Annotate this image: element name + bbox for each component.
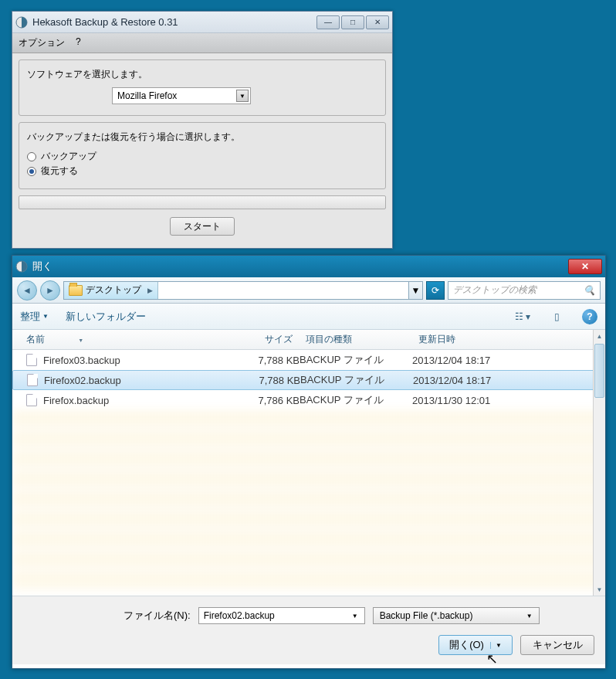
address-dropdown[interactable]: ▼ xyxy=(408,282,422,299)
folder-icon xyxy=(69,285,83,296)
close-button[interactable]: ✕ xyxy=(568,259,602,274)
software-select[interactable]: Mozilla Firefox ▼ xyxy=(112,87,251,104)
operation-fieldset: バックアップまたは復元を行う場合に選択します。 バックアップ 復元する xyxy=(19,122,386,189)
menu-bar: オプション ? xyxy=(12,33,392,53)
back-button[interactable]: ◄ xyxy=(17,280,37,300)
file-icon xyxy=(26,394,37,406)
preview-pane-button[interactable]: ▯ xyxy=(548,309,565,324)
dialog-title-bar[interactable]: 開く ✕ xyxy=(12,256,605,277)
chevron-right-icon: ▶ xyxy=(147,287,153,294)
dialog-bottom: ファイル名(N): Firefox02.backup ▼ Backup File… xyxy=(12,596,605,664)
scroll-up-icon[interactable]: ▲ xyxy=(594,330,605,342)
list-body: Firefox03.backup 7,788 KB BACKUP ファイル 20… xyxy=(12,350,605,596)
dialog-title: 開く xyxy=(32,260,568,273)
app-icon xyxy=(15,260,28,273)
file-row[interactable]: Firefox03.backup 7,788 KB BACKUP ファイル 20… xyxy=(12,350,605,370)
list-header: 名前 ▼ サイズ 項目の種類 更新日時 xyxy=(12,330,605,350)
file-list: 名前 ▼ サイズ 項目の種類 更新日時 Firefox03.backup 7,7… xyxy=(12,330,605,596)
file-icon xyxy=(26,354,37,366)
radio-icon xyxy=(27,152,36,161)
filename-label: ファイル名(N): xyxy=(124,609,191,623)
cursor-icon: ↖ xyxy=(486,650,498,667)
file-row[interactable]: Firefox02.backup 7,788 KB BACKUP ファイル 20… xyxy=(12,370,605,390)
radio-icon xyxy=(27,167,36,176)
title-bar[interactable]: Hekasoft Backup & Restore 0.31 — □ ✕ xyxy=(12,12,392,33)
redacted-rows xyxy=(12,410,605,592)
radio-backup[interactable]: バックアップ xyxy=(27,150,377,163)
menu-options[interactable]: オプション xyxy=(19,36,65,49)
software-selected: Mozilla Firefox xyxy=(117,90,177,101)
column-name[interactable]: 名前 ▼ xyxy=(12,333,219,346)
search-icon: 🔍 xyxy=(584,285,595,296)
nav-bar: ◄ ► デスクトップ ▶ ▼ ⟳ デスクトップの検索 🔍 xyxy=(12,277,605,304)
open-button[interactable]: 開く(O) ▼ xyxy=(438,635,513,655)
organize-menu[interactable]: 整理 ▼ xyxy=(20,310,49,324)
address-bar[interactable]: デスクトップ ▶ ▼ xyxy=(63,281,423,300)
start-button[interactable]: スタート xyxy=(170,217,235,236)
software-fieldset: ソフトウェアを選択します。 Mozilla Firefox ▼ xyxy=(19,59,386,116)
radio-restore[interactable]: 復元する xyxy=(27,165,377,178)
chevron-down-icon: ▼ xyxy=(349,609,361,622)
chevron-down-icon: ▼ xyxy=(236,90,249,102)
column-type[interactable]: 項目の種類 xyxy=(300,333,412,346)
operation-label: バックアップまたは復元を行う場合に選択します。 xyxy=(27,131,377,144)
new-folder-button[interactable]: 新しいフォルダー xyxy=(66,310,146,324)
chevron-down-icon: ▼ xyxy=(523,609,536,622)
help-button[interactable]: ? xyxy=(582,309,597,324)
chevron-down-icon: ▼ xyxy=(490,642,502,649)
column-size[interactable]: サイズ xyxy=(219,333,300,346)
file-row[interactable]: Firefox.backup 7,786 KB BACKUP ファイル 2013… xyxy=(12,390,605,410)
search-input[interactable]: デスクトップの検索 🔍 xyxy=(448,281,601,300)
forward-button[interactable]: ► xyxy=(40,280,60,300)
sort-down-icon: ▼ xyxy=(78,338,83,343)
file-icon xyxy=(27,374,38,386)
toolbar: 整理 ▼ 新しいフォルダー ☷ ▾ ▯ ? xyxy=(12,304,605,330)
menu-help[interactable]: ? xyxy=(76,36,81,49)
progress-bar xyxy=(19,195,386,209)
scroll-down-icon[interactable]: ▼ xyxy=(594,583,605,596)
hekasoft-window: Hekasoft Backup & Restore 0.31 — □ ✕ オプシ… xyxy=(12,11,393,249)
cancel-button[interactable]: キャンセル xyxy=(520,635,594,655)
minimize-button[interactable]: — xyxy=(316,15,340,29)
chevron-down-icon: ▼ xyxy=(42,313,49,320)
software-label: ソフトウェアを選択します。 xyxy=(27,68,377,81)
scroll-thumb[interactable] xyxy=(594,344,604,398)
column-date[interactable]: 更新日時 xyxy=(412,333,551,346)
view-options-button[interactable]: ☷ ▾ xyxy=(514,309,531,324)
maximize-button[interactable]: □ xyxy=(341,15,364,29)
file-open-dialog: 開く ✕ ◄ ► デスクトップ ▶ ▼ ⟳ デスクトップの検索 🔍 整理 ▼ 新… xyxy=(12,255,606,669)
close-button[interactable]: ✕ xyxy=(366,15,389,29)
filter-select[interactable]: Backup File (*.backup) ▼ xyxy=(373,607,540,624)
refresh-button[interactable]: ⟳ xyxy=(426,281,445,300)
window-body: ソフトウェアを選択します。 Mozilla Firefox ▼ バックアップまた… xyxy=(12,53,392,248)
scrollbar[interactable]: ▲ ▼ xyxy=(593,330,605,596)
app-icon xyxy=(15,16,28,29)
path-segment[interactable]: デスクトップ ▶ xyxy=(64,282,158,299)
window-title: Hekasoft Backup & Restore 0.31 xyxy=(32,16,315,28)
filename-input[interactable]: Firefox02.backup ▼ xyxy=(198,607,365,624)
